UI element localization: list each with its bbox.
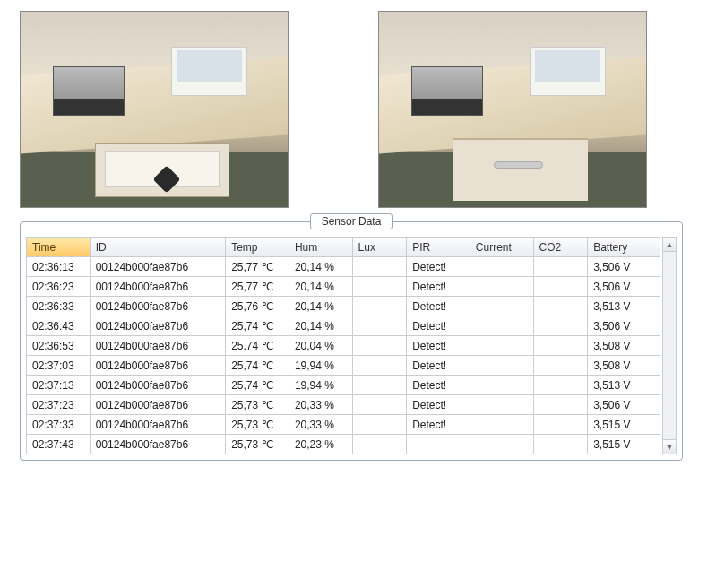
table-row[interactable]: 02:36:2300124b000fae87b625,77 ℃20,14 %De…	[27, 277, 660, 297]
cell-pir: Detect!	[407, 395, 470, 415]
cell-battery: 3,515 V	[588, 415, 660, 435]
cell-pir: Detect!	[407, 297, 470, 316]
cell-temp: 25,74 ℃	[226, 336, 289, 356]
table-row[interactable]: 02:37:3300124b000fae87b625,73 ℃20,33 %De…	[27, 415, 660, 435]
cell-battery: 3,508 V	[588, 336, 660, 356]
table-row[interactable]: 02:37:4300124b000fae87b625,73 ℃20,23 %3,…	[27, 435, 660, 454]
cell-current	[470, 277, 533, 297]
cell-time: 02:37:23	[27, 395, 91, 415]
cell-co2	[533, 415, 588, 435]
sensor-data-panel: Sensor Data Time ID Temp Hum Lux PIR Cur…	[20, 221, 683, 461]
cell-lux	[352, 395, 407, 415]
table-row[interactable]: 02:36:5300124b000fae87b625,74 ℃20,04 %De…	[27, 336, 660, 356]
cell-co2	[533, 356, 588, 376]
cell-id: 00124b000fae87b6	[90, 356, 226, 376]
cell-time: 02:36:43	[27, 316, 91, 336]
cell-temp: 25,74 ℃	[226, 356, 289, 376]
cell-hum: 20,14 %	[289, 297, 352, 316]
cell-hum: 19,94 %	[289, 376, 352, 395]
photo-row	[11, 11, 705, 208]
cell-current	[470, 415, 533, 435]
cell-hum: 20,33 %	[289, 395, 352, 415]
cell-battery: 3,506 V	[588, 395, 660, 415]
cell-pir: Detect!	[407, 316, 470, 336]
cell-battery: 3,515 V	[588, 435, 660, 454]
cell-id: 00124b000fae87b6	[90, 415, 226, 435]
cell-battery: 3,513 V	[588, 297, 660, 316]
table-row[interactable]: 02:37:0300124b000fae87b625,74 ℃19,94 %De…	[27, 356, 660, 376]
table-row[interactable]: 02:36:4300124b000fae87b625,74 ℃20,14 %De…	[27, 316, 660, 336]
col-header-current[interactable]: Current	[470, 238, 533, 257]
cell-lux	[352, 415, 407, 435]
cell-hum: 20,14 %	[289, 257, 352, 277]
table-row[interactable]: 02:37:1300124b000fae87b625,74 ℃19,94 %De…	[27, 376, 660, 395]
cell-co2	[533, 395, 588, 415]
cell-current	[470, 395, 533, 415]
cell-current	[470, 376, 533, 395]
cell-time: 02:36:53	[27, 336, 91, 356]
cell-temp: 25,73 ℃	[226, 395, 289, 415]
cell-battery: 3,506 V	[588, 316, 660, 336]
cell-current	[470, 297, 533, 316]
cell-lux	[352, 356, 407, 376]
col-header-pir[interactable]: PIR	[407, 238, 470, 257]
table-header-row: Time ID Temp Hum Lux PIR Current CO2 Bat…	[27, 238, 660, 257]
col-header-hum[interactable]: Hum	[289, 238, 352, 257]
cell-hum: 19,94 %	[289, 356, 352, 376]
cell-lux	[352, 297, 407, 316]
col-header-lux[interactable]: Lux	[352, 238, 407, 257]
scroll-up-button[interactable]: ▲	[663, 238, 676, 252]
cell-current	[470, 356, 533, 376]
table-row[interactable]: 02:37:2300124b000fae87b625,73 ℃20,33 %De…	[27, 395, 660, 415]
cell-current	[470, 257, 533, 277]
cell-time: 02:36:33	[27, 297, 91, 316]
sensor-data-table[interactable]: Time ID Temp Hum Lux PIR Current CO2 Bat…	[26, 237, 660, 454]
cell-temp: 25,74 ℃	[226, 376, 289, 395]
table-row[interactable]: 02:36:3300124b000fae87b625,76 ℃20,14 %De…	[27, 297, 660, 316]
cell-battery: 3,506 V	[588, 277, 660, 297]
cell-id: 00124b000fae87b6	[90, 376, 226, 395]
cell-lux	[352, 435, 407, 454]
cell-hum: 20,23 %	[289, 435, 352, 454]
cell-pir: Detect!	[407, 376, 470, 395]
col-header-temp[interactable]: Temp	[226, 238, 289, 257]
cell-lux	[352, 336, 407, 356]
cell-co2	[533, 336, 588, 356]
cell-current	[470, 316, 533, 336]
cell-time: 02:37:13	[27, 376, 91, 395]
cell-co2	[533, 297, 588, 316]
col-header-time[interactable]: Time	[27, 238, 91, 257]
photo-left	[20, 11, 289, 208]
cell-current	[470, 435, 533, 454]
cell-temp: 25,77 ℃	[226, 257, 289, 277]
cell-temp: 25,73 ℃	[226, 415, 289, 435]
cell-hum: 20,04 %	[289, 336, 352, 356]
cell-battery: 3,513 V	[588, 376, 660, 395]
cell-pir: Detect!	[407, 415, 470, 435]
cell-time: 02:36:13	[27, 257, 91, 277]
cell-time: 02:37:33	[27, 415, 91, 435]
table-row[interactable]: 02:36:1300124b000fae87b625,77 ℃20,14 %De…	[27, 257, 660, 277]
cell-co2	[533, 277, 588, 297]
col-header-co2[interactable]: CO2	[533, 238, 588, 257]
cell-current	[470, 336, 533, 356]
cell-temp: 25,76 ℃	[226, 297, 289, 316]
vertical-scrollbar[interactable]: ▲ ▼	[662, 237, 677, 454]
cell-co2	[533, 316, 588, 336]
cell-hum: 20,14 %	[289, 316, 352, 336]
cell-lux	[352, 257, 407, 277]
cell-pir: Detect!	[407, 257, 470, 277]
scroll-down-button[interactable]: ▼	[663, 439, 676, 454]
col-header-battery[interactable]: Battery	[588, 238, 660, 257]
cell-id: 00124b000fae87b6	[90, 316, 226, 336]
cell-time: 02:37:03	[27, 356, 91, 376]
cell-lux	[352, 376, 407, 395]
cell-id: 00124b000fae87b6	[90, 336, 226, 356]
cell-id: 00124b000fae87b6	[90, 277, 226, 297]
cell-temp: 25,77 ℃	[226, 277, 289, 297]
cell-battery: 3,506 V	[588, 257, 660, 277]
cell-lux	[352, 277, 407, 297]
col-header-id[interactable]: ID	[90, 238, 226, 257]
cell-id: 00124b000fae87b6	[90, 435, 226, 454]
cell-time: 02:37:43	[27, 435, 91, 454]
